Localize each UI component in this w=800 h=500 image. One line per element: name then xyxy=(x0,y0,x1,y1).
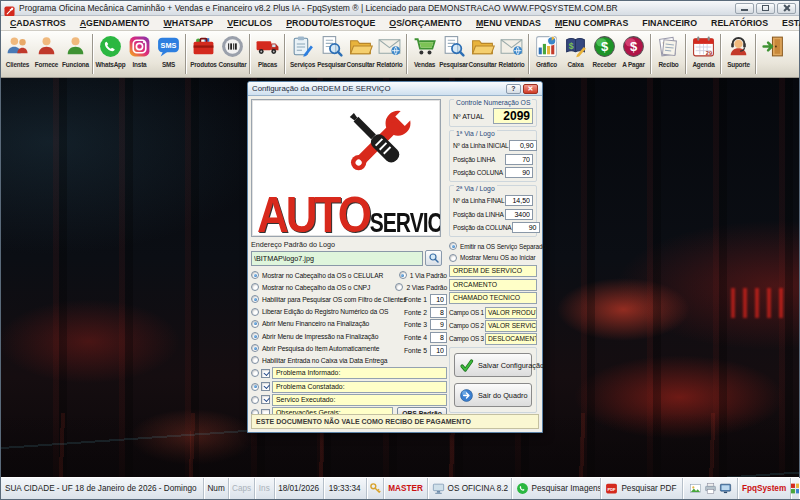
checkbox[interactable] xyxy=(261,395,270,404)
checkbox[interactable] xyxy=(261,382,270,391)
via-option-1[interactable]: 2 Vias Padrão xyxy=(397,281,447,293)
toolbar-button-clientes[interactable]: Clientes xyxy=(3,32,32,68)
toolbar-button-suporte[interactable]: Suporte xyxy=(724,32,753,68)
menu-10[interactable]: ESTATISTICA xyxy=(775,18,800,28)
toolbar-button-consultar-servicos[interactable]: Consultar xyxy=(346,32,375,68)
problem-field-1[interactable]: Problema Constatado: xyxy=(272,381,447,393)
via-option-0[interactable]: 1 Via Padrão xyxy=(397,269,447,281)
radio-indicator[interactable] xyxy=(251,369,259,377)
printer-icon[interactable] xyxy=(704,482,717,495)
option-row-5[interactable]: Abrir Menu de Impressão na Finalização xyxy=(251,330,397,342)
os-mode-radio-0[interactable]: Emitir na OS Serviço Separado xyxy=(449,240,537,252)
monitor-small-icon[interactable] xyxy=(719,482,732,495)
toolbar-button-relatorio-vendas[interactable]: Relatório xyxy=(497,32,526,68)
fonte-2-field[interactable] xyxy=(430,307,447,318)
dialog-close-icon[interactable]: ✕ xyxy=(523,84,538,94)
via2-field-2[interactable] xyxy=(512,222,540,233)
toolbar-button-placas[interactable]: Placas xyxy=(253,32,282,68)
toolbar-button-receber[interactable]: $Receber xyxy=(590,32,619,68)
os-mode-radio-1[interactable]: Mostrar Menu OS ao Iniciar xyxy=(449,252,537,264)
menu-3[interactable]: VEICULOS xyxy=(220,18,279,28)
menu-6[interactable]: MENU VENDAS xyxy=(469,18,548,28)
fonte-5-field[interactable] xyxy=(430,345,447,356)
radio-indicator[interactable] xyxy=(251,356,259,364)
menu-7[interactable]: MENU COMPRAS xyxy=(548,18,635,28)
campo-field-2[interactable]: DESLOCAMENTO xyxy=(485,333,537,345)
current-number-field[interactable] xyxy=(493,108,533,124)
radio-indicator[interactable] xyxy=(251,320,259,328)
toolbar-button-grafico[interactable]: Gráfico xyxy=(532,32,561,68)
toolbar-button-caixa[interactable]: $Caixa xyxy=(561,32,590,68)
campo-field-1[interactable]: VALOR SERVICOS xyxy=(485,320,537,332)
toolbar-button-relatorio-servicos[interactable]: Relatório xyxy=(375,32,404,68)
menu-4[interactable]: PRODUTO/ESTOQUE xyxy=(279,18,382,28)
toolbar-button-pesquisar-vendas[interactable]: Pesquisar xyxy=(439,32,468,68)
radio-indicator[interactable] xyxy=(395,283,403,291)
doc-type-field-1[interactable]: ORCAMENTO xyxy=(449,279,537,291)
option-row-0[interactable]: Mostrar no Cabeçalho da OS o CELULAR xyxy=(251,269,397,281)
radio-indicator[interactable] xyxy=(399,271,407,279)
toolbar-button-vendas[interactable]: Vendas xyxy=(410,32,439,68)
close-button[interactable] xyxy=(777,3,796,14)
fonte-4-field[interactable] xyxy=(430,332,447,343)
dialog-titlebar[interactable]: Configuração da ORDEM DE SERVIÇO ? ✕ xyxy=(248,82,542,96)
menu-2[interactable]: WHATSAPP xyxy=(156,18,220,28)
checkbox[interactable] xyxy=(261,369,270,378)
image-icon[interactable] xyxy=(689,482,702,495)
toolbar-button-funciona[interactable]: Funciona xyxy=(61,32,90,68)
option-row-1[interactable]: Mostrar no Cabeçalho da OS o CNPJ xyxy=(251,281,397,293)
minimize-button[interactable] xyxy=(735,3,754,14)
radio-indicator[interactable] xyxy=(449,254,457,262)
menu-9[interactable]: RELATÓRIOS xyxy=(704,18,775,28)
doc-type-field-2[interactable]: CHAMADO TECNICO xyxy=(449,292,537,304)
menu-5[interactable]: OS/ORÇAMENTO xyxy=(382,18,469,28)
menu-0[interactable]: CADASTROS xyxy=(3,18,73,28)
option-row-7[interactable]: Habilitar Entrada no Caixa via Data Entr… xyxy=(251,354,397,366)
option-row-3[interactable]: Liberar Edição do Registro Numérico da O… xyxy=(251,306,397,318)
toolbar-button-consultar-produtos[interactable]: Consultar xyxy=(218,32,247,68)
exit-dialog-button[interactable]: Sair do Quadro xyxy=(454,383,532,407)
via2-field-1[interactable] xyxy=(505,209,533,220)
radio-indicator[interactable] xyxy=(251,383,259,391)
via1-field-2[interactable] xyxy=(505,167,533,178)
doc-type-field-0[interactable]: ORDEM DE SERVICO xyxy=(449,265,537,277)
menu-8[interactable]: FINANCEIRO xyxy=(635,18,704,28)
browse-logo-button[interactable] xyxy=(425,250,442,266)
option-row-6[interactable]: Abrir Pesquisa do Item Automaticamente xyxy=(251,342,397,354)
toolbar-button-sms[interactable]: SMSSMS xyxy=(154,32,183,68)
save-config-button[interactable]: Salvar Configuração xyxy=(454,353,532,377)
radio-indicator[interactable] xyxy=(251,332,259,340)
toolbar-button-insta[interactable]: Insta xyxy=(125,32,154,68)
logo-path-input[interactable] xyxy=(251,251,423,266)
status-search-images[interactable]: Pesquisar Imagens xyxy=(512,478,602,499)
toolbar-button-fornece[interactable]: Fornece xyxy=(32,32,61,68)
toolbar-button-pesquisar-servicos[interactable]: Pesquisar xyxy=(317,32,346,68)
menu-1[interactable]: AGENDAMENTO xyxy=(73,18,157,28)
radio-indicator[interactable] xyxy=(251,344,259,352)
radio-indicator[interactable] xyxy=(251,283,259,291)
status-search-pdf[interactable]: PDF Pesquisar PDF xyxy=(601,478,683,499)
fonte-3-field[interactable] xyxy=(430,319,447,330)
toolbar-button-sair[interactable] xyxy=(759,32,788,61)
radio-indicator[interactable] xyxy=(251,308,259,316)
dialog-help-icon[interactable]: ? xyxy=(506,84,521,94)
restore-button[interactable] xyxy=(756,3,775,14)
radio-indicator[interactable] xyxy=(251,271,259,279)
via2-field-0[interactable] xyxy=(505,195,533,206)
toolbar-button-recibo[interactable]: Recibo xyxy=(654,32,683,68)
toolbar-button-agenda[interactable]: 29Agenda xyxy=(689,32,718,68)
problem-field-0[interactable]: Problema Informado: xyxy=(272,367,447,379)
option-row-2[interactable]: Habilitar para Pesquisar OS com Filtro d… xyxy=(251,293,397,305)
toolbar-button-produtos[interactable]: Produtos xyxy=(189,32,218,68)
toolbar-button-consultar-vendas[interactable]: Consultar xyxy=(468,32,497,68)
radio-indicator[interactable] xyxy=(449,242,457,250)
via1-field-0[interactable] xyxy=(509,140,537,151)
problem-field-2[interactable]: Servico Executado: xyxy=(272,394,447,406)
campo-field-0[interactable]: VALOR PRODUTOS xyxy=(485,307,537,319)
radio-indicator[interactable] xyxy=(251,295,259,303)
radio-indicator[interactable] xyxy=(251,396,259,404)
toolbar-button-a-pagar[interactable]: $A Pagar xyxy=(619,32,648,68)
fonte-1-field[interactable] xyxy=(430,294,447,305)
via1-field-1[interactable] xyxy=(505,154,533,165)
toolbar-button-whatsapp[interactable]: WhatsApp xyxy=(96,32,125,68)
